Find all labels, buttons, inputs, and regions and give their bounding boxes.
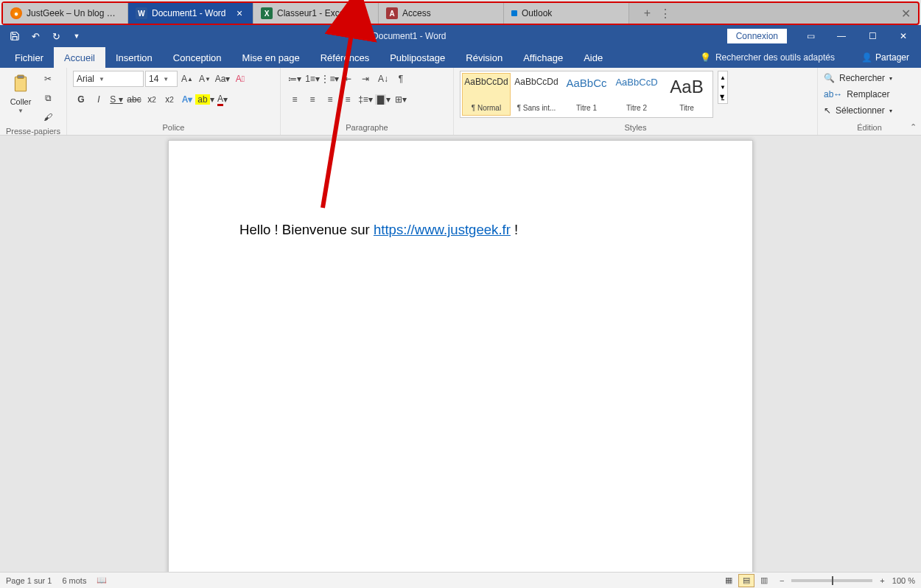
zoom-slider[interactable] (791, 579, 872, 582)
ribbon-tab-file[interactable]: Fichier (4, 47, 54, 68)
page[interactable]: Hello ! Bienvenue sur https://www.justge… (168, 140, 753, 572)
style-heading2[interactable]: AaBbCcDTitre 2 (612, 73, 661, 116)
copy-icon[interactable]: ⧉ (40, 90, 56, 106)
grow-font-icon[interactable]: A▲ (179, 71, 195, 87)
ribbon-tab-insert[interactable]: Insertion (105, 47, 163, 68)
borders-icon[interactable]: ⊞▾ (393, 91, 409, 108)
print-layout-icon[interactable]: ▤ (738, 574, 754, 587)
ribbon-tab-design[interactable]: Conception (163, 47, 232, 68)
close-icon[interactable]: ✕ (889, 26, 918, 46)
italic-button[interactable]: I (91, 91, 107, 108)
read-mode-icon[interactable]: ▦ (721, 574, 737, 587)
doc-hyperlink[interactable]: https://www.justgeek.fr (374, 222, 511, 237)
tell-me-search[interactable]: 💡 Rechercher des outils adaptés (691, 52, 844, 63)
proofing-icon[interactable]: 📖 (97, 575, 107, 585)
find-button[interactable]: 🔍Rechercher▾ (824, 71, 892, 85)
numbering-icon[interactable]: 1≡▾ (304, 71, 321, 87)
align-right-icon[interactable]: ≡ (322, 91, 338, 108)
ribbon-tab-layout[interactable]: Mise en page (232, 47, 310, 68)
font-color-icon[interactable]: A▾ (214, 91, 231, 108)
tab-menu-icon[interactable]: ⋮ (659, 7, 671, 21)
styles-more[interactable]: ▲ ▼ ▼̲ (718, 71, 728, 104)
scroll-up-icon[interactable]: ▲ (720, 74, 726, 81)
ribbon-tab-home[interactable]: Accueil (54, 47, 105, 68)
show-marks-icon[interactable]: ¶ (393, 71, 409, 87)
multilevel-list-icon[interactable]: ⋮≡▾ (322, 71, 338, 87)
zoom-level[interactable]: 100 % (892, 576, 915, 585)
tab-access[interactable]: A Access (379, 3, 504, 24)
underline-button[interactable]: S ▾ (108, 91, 125, 108)
change-case-icon[interactable]: Aa▾ (214, 71, 231, 87)
redo-icon[interactable]: ↻ (47, 27, 65, 45)
subscript-button[interactable]: x2 (144, 91, 160, 108)
tab-firefox[interactable]: ● JustGeek – Un blog geek ... (3, 3, 128, 24)
cut-icon[interactable]: ✂ (40, 71, 56, 87)
save-icon[interactable] (6, 27, 24, 45)
minimize-icon[interactable]: — (827, 26, 856, 46)
tab-word[interactable]: W Document1 - Word × (128, 3, 253, 24)
decrease-indent-icon[interactable]: ⇤ (340, 71, 356, 87)
svg-rect-0 (15, 77, 26, 91)
highlight-color-icon[interactable]: ab▾ (197, 91, 213, 108)
sort-icon[interactable]: A↓ (375, 71, 391, 87)
ribbon-tab-help[interactable]: Aide (573, 47, 613, 68)
tab-close-icon[interactable]: × (234, 8, 245, 18)
font-size-combo[interactable]: 14▼ (145, 71, 178, 87)
new-tab-button[interactable]: + (644, 7, 651, 20)
paste-button[interactable]: Coller ▼ (6, 71, 35, 116)
scroll-down-icon[interactable]: ▼ (720, 84, 726, 91)
share-button[interactable]: 👤 Partager (847, 52, 909, 63)
bold-button[interactable]: G (73, 91, 89, 108)
superscript-button[interactable]: x2 (161, 91, 178, 108)
align-left-icon[interactable]: ≡ (287, 91, 303, 108)
tab-label: Outlook (522, 8, 621, 18)
maximize-icon[interactable]: ☐ (858, 26, 887, 46)
window-tabbar: ● JustGeek – Un blog geek ... W Document… (1, 1, 920, 25)
style-heading1[interactable]: AaBbCcTitre 1 (562, 73, 611, 116)
ribbon-display-icon[interactable]: ▭ (796, 26, 825, 46)
justify-icon[interactable]: ≡ (340, 91, 356, 108)
shading-icon[interactable]: ▇▾ (375, 91, 391, 108)
align-center-icon[interactable]: ≡ (304, 91, 321, 108)
firefox-icon: ● (10, 7, 22, 19)
styles-gallery[interactable]: AaBbCcDd¶ Normal AaBbCcDd¶ Sans int... A… (460, 71, 713, 118)
style-no-spacing[interactable]: AaBbCcDd¶ Sans int... (512, 73, 561, 116)
font-name-combo[interactable]: Arial▼ (73, 71, 144, 87)
clear-formatting-icon[interactable]: A⃠ (232, 71, 248, 87)
replace-icon: ab↔ (824, 89, 842, 99)
chevron-down-icon: ▼ (18, 108, 24, 114)
text-effects-icon[interactable]: A▾ (179, 91, 195, 108)
qat-dropdown-icon[interactable]: ▼ (68, 27, 85, 45)
paste-label: Coller (10, 97, 32, 106)
undo-icon[interactable]: ↶ (27, 27, 44, 45)
document-body[interactable]: Hello ! Bienvenue sur https://www.justge… (169, 141, 752, 319)
style-title[interactable]: AaBTitre (662, 73, 711, 116)
replace-button[interactable]: ab↔Remplacer (824, 87, 889, 102)
ribbon-tab-view[interactable]: Affichage (513, 47, 573, 68)
zoom-out-icon[interactable]: − (780, 576, 784, 585)
tab-excel[interactable]: X Classeur1 - Excel (253, 3, 379, 24)
format-painter-icon[interactable]: 🖌 (40, 109, 56, 125)
line-spacing-icon[interactable]: ‡≡▾ (357, 91, 374, 108)
view-buttons: ▦ ▤ ▥ (721, 574, 772, 587)
style-normal[interactable]: AaBbCcDd¶ Normal (462, 73, 511, 116)
shrink-font-icon[interactable]: A▼ (197, 71, 213, 87)
document-area[interactable]: Hello ! Bienvenue sur https://www.justge… (0, 136, 921, 572)
statusbar: Page 1 sur 1 6 mots 📖 ▦ ▤ ▥ − + 100 % (0, 572, 921, 588)
collapse-ribbon-icon[interactable]: ⌃ (910, 122, 917, 132)
increase-indent-icon[interactable]: ⇥ (357, 71, 374, 87)
word-count[interactable]: 6 mots (62, 576, 86, 585)
strikethrough-button[interactable]: abc (126, 91, 142, 108)
ribbon-tab-mailings[interactable]: Publipostage (379, 47, 455, 68)
ribbon-tab-references[interactable]: Références (310, 47, 379, 68)
window-close-icon[interactable]: ✕ (901, 7, 911, 21)
select-button[interactable]: ↖Sélectionner▾ (824, 103, 892, 118)
more-styles-icon[interactable]: ▼̲ (720, 94, 726, 100)
tab-outlook[interactable]: Outlook (504, 3, 629, 24)
page-indicator[interactable]: Page 1 sur 1 (6, 576, 52, 585)
zoom-in-icon[interactable]: + (880, 576, 884, 585)
signin-button[interactable]: Connexion (727, 29, 787, 43)
ribbon-tab-review[interactable]: Révision (455, 47, 513, 68)
bullets-icon[interactable]: ≔▾ (287, 71, 303, 87)
web-layout-icon[interactable]: ▥ (756, 574, 772, 587)
